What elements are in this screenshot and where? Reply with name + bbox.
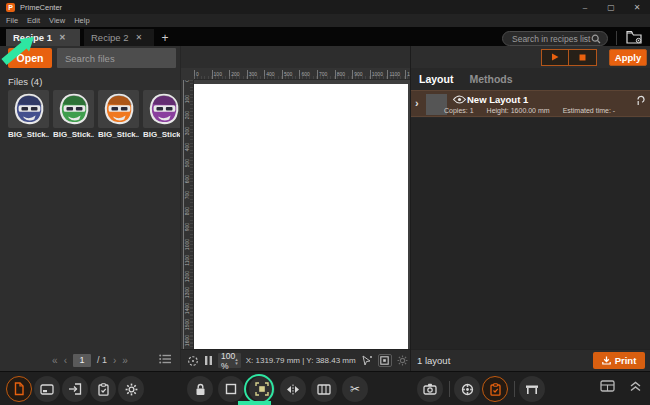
tab-recipe-2[interactable]: Recipe 2 ✕ bbox=[84, 29, 154, 46]
tab-layout[interactable]: Layout bbox=[419, 73, 453, 85]
ruler-tick: 200 bbox=[229, 70, 239, 80]
canvas-viewport[interactable] bbox=[194, 80, 411, 349]
menu-file[interactable]: File bbox=[6, 16, 18, 25]
menu-help[interactable]: Help bbox=[74, 16, 89, 25]
stepper-down-icon[interactable]: ▾ bbox=[235, 361, 238, 365]
run-button[interactable] bbox=[541, 49, 569, 66]
visibility-eye-icon[interactable] bbox=[453, 95, 466, 104]
recipe-tabbar: Recipe 1 ✕ Recipe 2 ✕ + Search in recipe… bbox=[0, 27, 650, 46]
zoom-level-input[interactable]: 100 % ▴ ▾ bbox=[218, 353, 241, 368]
main-area: Open Search files Files (4) bbox=[0, 46, 650, 371]
job-list-button[interactable] bbox=[90, 376, 116, 402]
layout-estimated-time: Estimated time: - bbox=[563, 107, 616, 114]
file-item[interactable]: BIG_Stick... bbox=[53, 90, 94, 139]
layout-copies: Copies: 1 bbox=[444, 107, 474, 114]
ruler-corner bbox=[181, 68, 194, 80]
open-button[interactable]: Open bbox=[8, 48, 52, 68]
ruler-top: 0100200300400500600700800900100011001200 bbox=[194, 68, 411, 80]
toolbar-canvas-group: ✂ bbox=[187, 376, 373, 402]
tab-recipe-1-label: Recipe 1 bbox=[13, 32, 52, 43]
divider bbox=[616, 31, 617, 45]
page-next-icon[interactable]: › bbox=[113, 355, 116, 366]
file-name: BIG_Stick... bbox=[143, 130, 184, 139]
frame-preview-icon[interactable] bbox=[378, 354, 392, 367]
cursor-coordinates: X: 1319.79 mm | Y: 388.43 mm bbox=[246, 356, 356, 365]
ruler-tick: 1100 bbox=[387, 70, 400, 80]
fit-width-icon[interactable] bbox=[204, 355, 213, 366]
ruler-tick: 500 bbox=[282, 70, 292, 80]
divider bbox=[449, 381, 450, 397]
cut-button[interactable]: ✂ bbox=[342, 376, 368, 402]
pointer-snap-icon[interactable] bbox=[361, 355, 373, 367]
detach-layout-icon[interactable] bbox=[635, 95, 645, 106]
layout-sheet[interactable] bbox=[194, 84, 408, 349]
tab-recipe-1[interactable]: Recipe 1 ✕ bbox=[6, 29, 80, 46]
panel-toggle-icon[interactable] bbox=[600, 380, 615, 392]
media-button[interactable] bbox=[34, 376, 60, 402]
file-item[interactable]: BIG_Stick... bbox=[98, 90, 139, 139]
canvas-top-strip bbox=[181, 46, 411, 68]
lock-button[interactable] bbox=[187, 376, 213, 402]
ruler-tick: 0 bbox=[194, 70, 199, 80]
ruler-tick: 100 bbox=[212, 70, 222, 80]
file-item[interactable]: BIG_Stick... bbox=[143, 90, 184, 139]
new-recipe-button[interactable]: + bbox=[156, 29, 174, 46]
cutter-wheel-button[interactable] bbox=[454, 376, 480, 402]
collapse-toolbar-icon[interactable] bbox=[629, 381, 642, 392]
layout-list-item[interactable]: › New Layout 1 Copies: 1 Height: 1600.00… bbox=[411, 90, 650, 117]
ruler-left: 0100200300400500600700800900100011001200… bbox=[181, 80, 194, 349]
fit-to-objects-button[interactable] bbox=[249, 376, 275, 402]
menu-edit[interactable]: Edit bbox=[27, 16, 40, 25]
divider bbox=[514, 381, 515, 397]
table-button[interactable] bbox=[519, 376, 545, 402]
ruler-tick: 300 bbox=[247, 70, 257, 80]
recipe-actions: Apply bbox=[411, 46, 650, 68]
file-thumbnail[interactable] bbox=[143, 90, 184, 128]
camera-button[interactable] bbox=[417, 376, 443, 402]
file-search-input[interactable]: Search files bbox=[57, 48, 176, 68]
print-button[interactable]: Print bbox=[593, 352, 645, 369]
page-total: / 1 bbox=[97, 355, 107, 365]
files-list: BIG_Stick... BIG_Stick... bbox=[8, 90, 184, 139]
recipe-manager-icon[interactable] bbox=[624, 29, 644, 45]
layout-name: New Layout 1 bbox=[467, 94, 528, 105]
menu-view[interactable]: View bbox=[49, 16, 65, 25]
import-button[interactable] bbox=[62, 376, 88, 402]
panels-button[interactable] bbox=[311, 376, 337, 402]
files-mode-button[interactable] bbox=[6, 376, 32, 402]
maximize-icon[interactable]: ▢ bbox=[598, 0, 624, 14]
titlebar: P PrimeCenter – ▢ ✕ bbox=[0, 0, 650, 14]
zoom-fit-icon[interactable] bbox=[187, 355, 199, 367]
tab-close-icon[interactable]: ✕ bbox=[59, 33, 66, 42]
tab-close-icon[interactable]: ✕ bbox=[136, 33, 143, 42]
tab-methods[interactable]: Methods bbox=[469, 73, 512, 85]
layout-meta: Copies: 1 Height: 1600.00 mm Estimated t… bbox=[444, 107, 615, 114]
close-icon[interactable]: ✕ bbox=[624, 0, 650, 14]
layout-list-empty bbox=[411, 118, 650, 349]
scissors-icon: ✂ bbox=[350, 382, 360, 396]
zoom-value: 100 % bbox=[221, 351, 235, 371]
minimize-icon[interactable]: – bbox=[572, 0, 598, 14]
page-prev-icon[interactable]: ‹ bbox=[64, 355, 67, 366]
stop-button[interactable] bbox=[569, 49, 597, 66]
flip-horizontal-button[interactable] bbox=[280, 376, 306, 402]
layout-panel-footer: 1 layout Print bbox=[411, 349, 650, 371]
file-thumbnail[interactable] bbox=[98, 90, 139, 128]
list-view-icon[interactable] bbox=[159, 354, 171, 364]
select-rectangle-button[interactable] bbox=[218, 376, 244, 402]
expand-chevron-icon[interactable]: › bbox=[415, 97, 419, 109]
canvas-settings-icon[interactable] bbox=[397, 355, 408, 366]
file-thumbnail[interactable] bbox=[8, 90, 49, 128]
zoom-stepper[interactable]: ▴ ▾ bbox=[235, 357, 238, 365]
apply-button[interactable]: Apply bbox=[609, 49, 647, 66]
page-last-icon[interactable]: » bbox=[122, 355, 128, 366]
page-first-icon[interactable]: « bbox=[52, 355, 58, 366]
tasks-button[interactable] bbox=[482, 376, 508, 402]
file-item[interactable]: BIG_Stick... bbox=[8, 90, 49, 139]
recipe-search-placeholder: Search in recipes list bbox=[512, 34, 590, 44]
page-number-input[interactable]: 1 bbox=[73, 354, 91, 367]
recipe-search-input[interactable]: Search in recipes list bbox=[502, 31, 608, 46]
app-logo-icon: P bbox=[6, 3, 15, 12]
settings-button[interactable] bbox=[118, 376, 144, 402]
file-thumbnail[interactable] bbox=[53, 90, 94, 128]
